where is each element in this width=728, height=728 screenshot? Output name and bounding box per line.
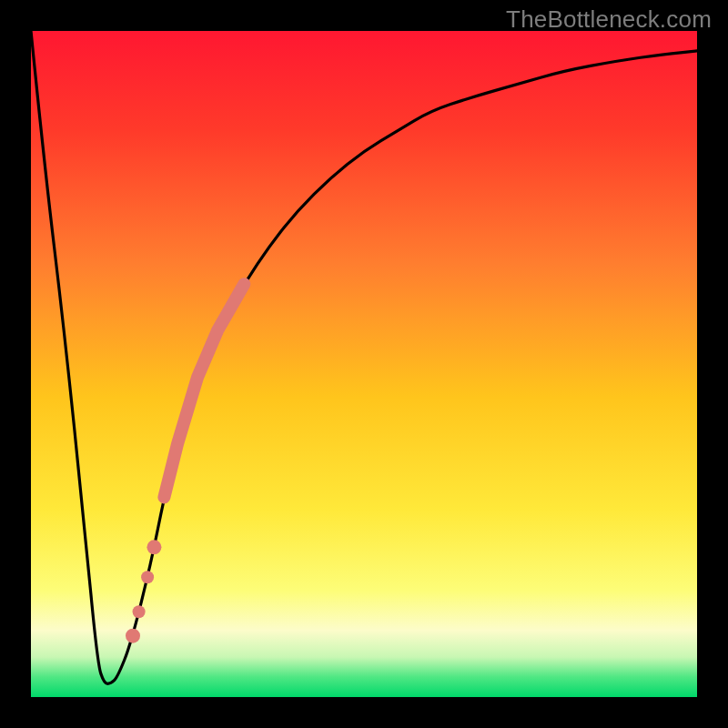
highlight-dot [133,605,146,618]
attribution-text: TheBottleneck.com [506,5,712,34]
highlight-dot [141,571,154,583]
bottleneck-chart: TheBottleneck.com [0,0,728,728]
highlight-dot [147,540,161,554]
highlight-dot [126,629,140,643]
plot-background [31,31,697,697]
chart-svg [0,0,728,728]
